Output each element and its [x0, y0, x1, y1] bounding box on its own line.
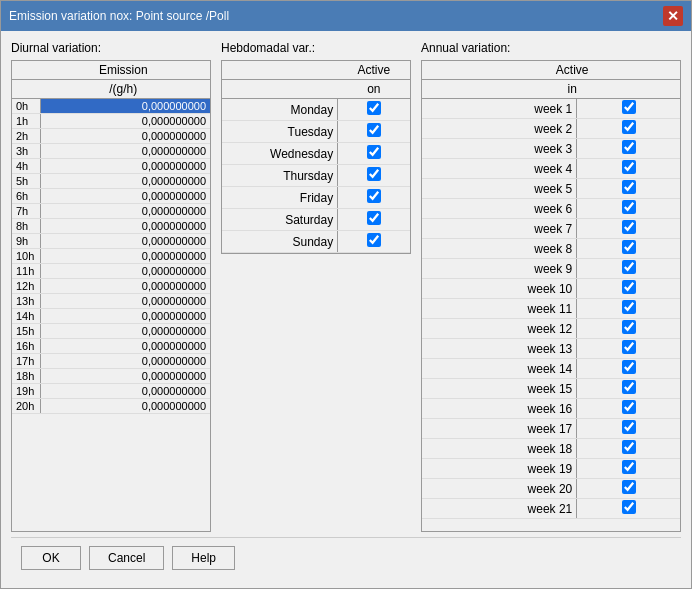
- heb-active-header: Active: [338, 61, 410, 80]
- heb-checkbox[interactable]: [367, 233, 381, 247]
- annual-checkbox[interactable]: [622, 100, 636, 114]
- annual-checkbox[interactable]: [622, 200, 636, 214]
- diurnal-table: Emission /(g/h): [12, 61, 210, 99]
- heb-checkbox[interactable]: [367, 123, 381, 137]
- annual-checkbox[interactable]: [622, 240, 636, 254]
- annual-checkbox-cell: [577, 319, 680, 339]
- heb-checkbox[interactable]: [367, 145, 381, 159]
- annual-week-cell: week 11: [422, 299, 577, 319]
- annual-checkbox[interactable]: [622, 280, 636, 294]
- heb-day-cell: Monday: [222, 99, 338, 121]
- cancel-button[interactable]: Cancel: [89, 546, 164, 570]
- diurnal-hour-cell: 19h: [12, 384, 40, 399]
- diurnal-row[interactable]: 18h0,000000000: [12, 369, 210, 384]
- annual-scroll-area[interactable]: week 1week 2week 3week 4week 5week 6week…: [422, 99, 680, 531]
- heb-day-header: [222, 61, 338, 80]
- annual-week-cell: week 8: [422, 239, 577, 259]
- annual-week-cell: week 16: [422, 399, 577, 419]
- diurnal-hour-cell: 5h: [12, 174, 40, 189]
- annual-week-cell: week 9: [422, 259, 577, 279]
- annual-checkbox[interactable]: [622, 160, 636, 174]
- diurnal-data-table: 0h0,0000000001h0,0000000002h0,0000000003…: [12, 99, 210, 414]
- annual-checkbox[interactable]: [622, 420, 636, 434]
- help-button[interactable]: Help: [172, 546, 235, 570]
- diurnal-hour-cell: 10h: [12, 249, 40, 264]
- heb-checkbox[interactable]: [367, 101, 381, 115]
- annual-checkbox[interactable]: [622, 360, 636, 374]
- diurnal-row[interactable]: 0h0,000000000: [12, 99, 210, 114]
- diurnal-row[interactable]: 20h0,000000000: [12, 399, 210, 414]
- diurnal-hour-cell: 8h: [12, 219, 40, 234]
- annual-checkbox[interactable]: [622, 460, 636, 474]
- diurnal-value-cell: 0,000000000: [40, 174, 210, 189]
- annual-row: week 1: [422, 99, 680, 119]
- diurnal-row[interactable]: 7h0,000000000: [12, 204, 210, 219]
- diurnal-value-cell: 0,000000000: [40, 249, 210, 264]
- annual-checkbox[interactable]: [622, 140, 636, 154]
- diurnal-row[interactable]: 6h0,000000000: [12, 189, 210, 204]
- diurnal-row[interactable]: 15h0,000000000: [12, 324, 210, 339]
- heb-table-wrapper: Active on MondayTuesdayWednesdayThursday…: [221, 60, 411, 254]
- annual-checkbox[interactable]: [622, 300, 636, 314]
- heb-day-cell: Sunday: [222, 231, 338, 253]
- heb-checkbox[interactable]: [367, 211, 381, 225]
- heb-row: Tuesday: [222, 121, 410, 143]
- sections: Diurnal variation: Emission /(g/h): [11, 41, 681, 532]
- annual-checkbox[interactable]: [622, 380, 636, 394]
- annual-checkbox-cell: [577, 259, 680, 279]
- diurnal-row[interactable]: 9h0,000000000: [12, 234, 210, 249]
- diurnal-row[interactable]: 16h0,000000000: [12, 339, 210, 354]
- footer: OK Cancel Help: [11, 537, 681, 578]
- heb-checkbox[interactable]: [367, 189, 381, 203]
- heb-checkbox-cell: [338, 165, 410, 187]
- annual-week-cell: week 18: [422, 439, 577, 459]
- diurnal-row[interactable]: 8h0,000000000: [12, 219, 210, 234]
- diurnal-row[interactable]: 17h0,000000000: [12, 354, 210, 369]
- annual-in-header: in: [464, 80, 680, 99]
- diurnal-row[interactable]: 4h0,000000000: [12, 159, 210, 174]
- heb-on-header: on: [338, 80, 410, 99]
- heb-row: Saturday: [222, 209, 410, 231]
- annual-row: week 2: [422, 119, 680, 139]
- annual-row: week 20: [422, 479, 680, 499]
- annual-row: week 13: [422, 339, 680, 359]
- diurnal-row[interactable]: 13h0,000000000: [12, 294, 210, 309]
- annual-checkbox[interactable]: [622, 340, 636, 354]
- diurnal-row[interactable]: 19h0,000000000: [12, 384, 210, 399]
- annual-checkbox[interactable]: [622, 180, 636, 194]
- diurnal-row[interactable]: 3h0,000000000: [12, 144, 210, 159]
- diurnal-hour-header: [12, 61, 36, 80]
- annual-checkbox[interactable]: [622, 440, 636, 454]
- heb-checkbox-cell: [338, 99, 410, 121]
- heb-checkbox[interactable]: [367, 167, 381, 181]
- annual-checkbox[interactable]: [622, 120, 636, 134]
- diurnal-scroll-area[interactable]: 0h0,0000000001h0,0000000002h0,0000000003…: [12, 99, 210, 531]
- ok-button[interactable]: OK: [21, 546, 81, 570]
- diurnal-row[interactable]: 1h0,000000000: [12, 114, 210, 129]
- annual-checkbox[interactable]: [622, 260, 636, 274]
- annual-week-cell: week 5: [422, 179, 577, 199]
- heb-checkbox-cell: [338, 231, 410, 253]
- diurnal-row[interactable]: 10h0,000000000: [12, 249, 210, 264]
- annual-checkbox[interactable]: [622, 400, 636, 414]
- annual-checkbox-cell: [577, 399, 680, 419]
- diurnal-row[interactable]: 12h0,000000000: [12, 279, 210, 294]
- annual-checkbox-cell: [577, 139, 680, 159]
- annual-checkbox[interactable]: [622, 480, 636, 494]
- diurnal-row[interactable]: 11h0,000000000: [12, 264, 210, 279]
- diurnal-value-cell: 0,000000000: [40, 234, 210, 249]
- heb-row: Friday: [222, 187, 410, 209]
- diurnal-row[interactable]: 14h0,000000000: [12, 309, 210, 324]
- annual-checkbox[interactable]: [622, 320, 636, 334]
- diurnal-value-cell: 0,000000000: [40, 384, 210, 399]
- annual-checkbox[interactable]: [622, 220, 636, 234]
- annual-week-cell: week 6: [422, 199, 577, 219]
- diurnal-row[interactable]: 2h0,000000000: [12, 129, 210, 144]
- diurnal-value-cell: 0,000000000: [40, 159, 210, 174]
- annual-checkbox[interactable]: [622, 500, 636, 514]
- diurnal-value-cell: 0,000000000: [40, 279, 210, 294]
- annual-week-cell: week 20: [422, 479, 577, 499]
- close-button[interactable]: ✕: [663, 6, 683, 26]
- diurnal-row[interactable]: 5h0,000000000: [12, 174, 210, 189]
- annual-week-cell: week 4: [422, 159, 577, 179]
